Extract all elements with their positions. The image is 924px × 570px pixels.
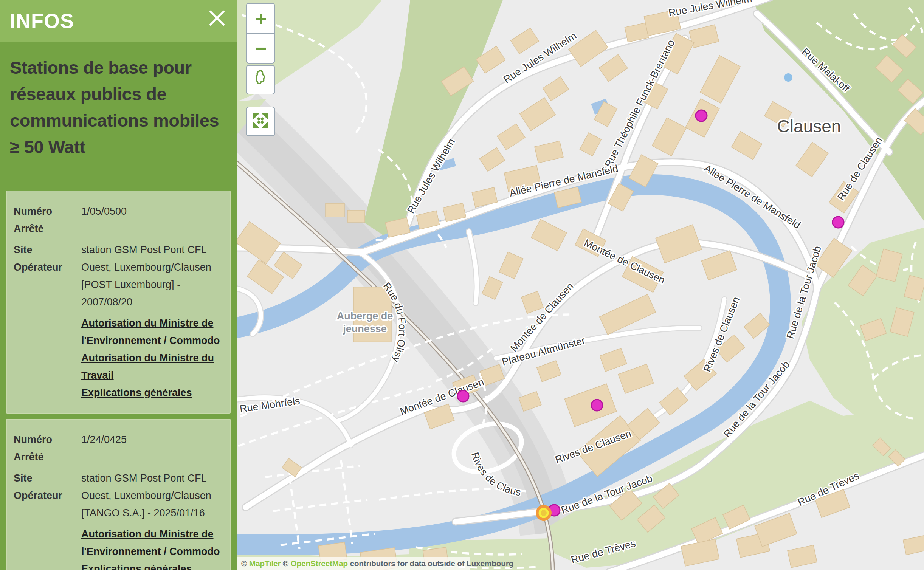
- document-link[interactable]: Autorisation du Ministre de l'Environnem…: [81, 525, 223, 560]
- field-label: Numéro Arrêté: [14, 431, 76, 466]
- page-title: Stations de base pour réseaux publics de…: [0, 42, 237, 160]
- field-label: Site Opérateur: [14, 469, 76, 522]
- info-card: Numéro Arrêté1/24/0425Site Opérateurstat…: [6, 419, 231, 570]
- station-marker[interactable]: [696, 110, 707, 121]
- station-marker[interactable]: [591, 400, 603, 411]
- minus-icon: −: [256, 39, 267, 58]
- zoom-out-button[interactable]: −: [247, 34, 275, 63]
- info-card: Numéro Arrêté1/05/0500Site Opérateurstat…: [6, 191, 231, 414]
- card-links: Autorisation du Ministre de l'Environnem…: [81, 314, 223, 401]
- card-links: Autorisation du Ministre de l'Environnem…: [81, 525, 223, 570]
- geoportal-app: INFOS Stations de base pour réseaux publ…: [0, 0, 924, 570]
- building: [326, 203, 344, 217]
- field-label: Numéro Arrêté: [14, 203, 76, 237]
- infos-sidebar: INFOS Stations de base pour réseaux publ…: [0, 0, 237, 570]
- field-value: station GSM Post Pont CFL Ouest, Luxembo…: [81, 469, 223, 522]
- fullscreen-button[interactable]: [246, 107, 275, 136]
- fullscreen-arrows-icon: [252, 112, 269, 131]
- close-icon[interactable]: [205, 6, 229, 30]
- copyright-symbol: ©: [281, 559, 290, 568]
- infos-header: INFOS: [0, 0, 237, 42]
- field-value: 1/24/0425: [81, 431, 223, 466]
- document-link[interactable]: Explications générales: [81, 384, 223, 401]
- town-label: Clausen: [777, 116, 841, 136]
- infos-title: INFOS: [0, 9, 74, 33]
- info-cards: Numéro Arrêté1/05/0500Site Opérateurstat…: [0, 191, 237, 570]
- field-label: Site Opérateur: [14, 241, 76, 311]
- zoom-in-button[interactable]: +: [247, 4, 275, 33]
- copyright-symbol: ©: [241, 559, 249, 568]
- selected-station-marker[interactable]: [536, 505, 552, 521]
- station-marker[interactable]: [457, 390, 469, 402]
- attribution-text: contributors for data outside of Luxembo…: [348, 559, 513, 568]
- pond-dot: [784, 73, 792, 82]
- luxembourg-outline-icon: [251, 70, 270, 90]
- map-canvas[interactable]: Rue Jules WilhelmRue MalakoffRue Jules W…: [237, 0, 924, 570]
- map-container: Rue Jules WilhelmRue MalakoffRue Jules W…: [237, 0, 924, 570]
- country-extent-button[interactable]: [246, 65, 275, 94]
- field-value: station GSM Post Pont CFL Ouest, Luxembo…: [81, 241, 223, 311]
- map-attribution: © MapTiler © OpenStreetMap contributors …: [237, 557, 470, 570]
- plus-icon: +: [256, 9, 267, 28]
- building: [347, 210, 365, 222]
- maptiler-link[interactable]: MapTiler: [249, 559, 281, 568]
- field-value: 1/05/0500: [81, 203, 223, 237]
- station-marker[interactable]: [833, 217, 844, 228]
- document-link[interactable]: Autorisation du Ministre du Travail: [81, 349, 223, 384]
- zoom-controls: + −: [246, 3, 275, 64]
- document-link[interactable]: Explications générales: [81, 560, 223, 570]
- document-link[interactable]: Autorisation du Ministre de l'Environnem…: [81, 314, 223, 349]
- openstreetmap-link[interactable]: OpenStreetMap: [291, 559, 348, 568]
